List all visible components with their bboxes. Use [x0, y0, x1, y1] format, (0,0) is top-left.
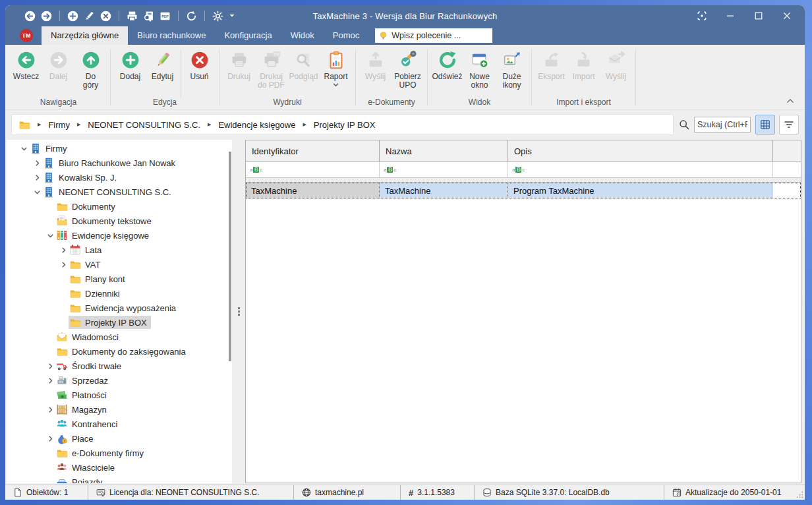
tree-item[interactable]: Magazyn: [7, 402, 232, 417]
qat-settings-button[interactable]: [212, 10, 224, 22]
tree-item[interactable]: Kowalski Sp. J.: [7, 170, 232, 185]
tree-item[interactable]: Sprzedaż: [7, 373, 232, 388]
tree-item[interactable]: Właściciele: [7, 460, 232, 475]
filter-button[interactable]: [779, 115, 799, 134]
tree-item[interactable]: Dokumenty: [7, 199, 232, 214]
qat-print-preview-button[interactable]: [142, 10, 155, 22]
table-row[interactable]: TaxMachineTaxMachineProgram TaxMachine: [246, 183, 801, 198]
ribbon-button-edit[interactable]: Edytuj: [146, 47, 179, 81]
table-cell[interactable]: TaxMachine: [246, 183, 380, 198]
qat-delete-button[interactable]: [100, 10, 112, 22]
tree-item[interactable]: e-Dokumenty firmy: [7, 446, 232, 460]
tree-item[interactable]: Kontrahenci: [7, 417, 232, 431]
tree-item-label: Projekty IP BOX: [85, 318, 147, 328]
qat-print-pdf-button[interactable]: PDF: [159, 10, 171, 22]
ribbon-button-delete[interactable]: Usuń: [183, 47, 216, 81]
ribbon-button-back[interactable]: Wstecz: [10, 47, 42, 81]
ribbon-button-upo[interactable]: PobierzUPO: [392, 47, 424, 90]
tree-item[interactable]: Lata: [7, 243, 232, 257]
search-input[interactable]: [694, 117, 751, 133]
ribbon-button-refresh[interactable]: Odśwież: [431, 47, 463, 81]
ribbon-button-large-icons[interactable]: Dużeikony: [496, 47, 528, 90]
breadcrumb-item[interactable]: Firmy: [48, 120, 70, 130]
tab-pomoc[interactable]: Pomoc: [324, 26, 368, 45]
qat-add-button[interactable]: [67, 10, 79, 22]
table-cell[interactable]: TaxMachine: [380, 183, 508, 198]
tab-narzędzia-główne[interactable]: Narzędzia główne: [42, 26, 128, 45]
tree-item[interactable]: NEONET CONSULTING S.C.: [7, 185, 232, 199]
tree-item[interactable]: Wiadomości: [7, 330, 232, 344]
ribbon-button-up[interactable]: Dogóry: [74, 47, 107, 90]
tree-item[interactable]: Dokumenty tekstowe: [7, 214, 232, 228]
tree-item[interactable]: Dokumenty do zaksięgowania: [7, 344, 232, 359]
chevron-right-icon[interactable]: [32, 160, 42, 167]
chevron-right-icon[interactable]: [58, 261, 69, 268]
tree-item[interactable]: VAT: [7, 257, 232, 272]
grid-view-button[interactable]: [755, 115, 775, 134]
panel-splitter[interactable]: [232, 140, 245, 483]
ribbon-group-label: e-Dokumenty: [359, 98, 424, 108]
minimize-button[interactable]: [716, 5, 744, 26]
tree-item[interactable]: Ewidencja wyposażenia: [7, 301, 232, 315]
command-box[interactable]: Wpisz polecenie ...: [375, 28, 492, 43]
tree-item[interactable]: Ewidencje księgowe: [7, 228, 232, 243]
filter-cell[interactable]: aBc: [380, 162, 508, 177]
maximize-button[interactable]: [744, 5, 772, 26]
preview-icon: [294, 50, 314, 70]
qat-edit-button[interactable]: [83, 10, 96, 22]
breadcrumb-item[interactable]: Ewidencje księgowe: [218, 120, 295, 130]
dropdown-chevron-icon[interactable]: [333, 82, 339, 88]
ribbon-group-3: WyślijPobierzUPOe-Dokumenty: [356, 45, 427, 109]
qat-back-button[interactable]: [24, 10, 36, 22]
column-header[interactable]: Identyfikator: [246, 140, 380, 162]
tree-item[interactable]: Płatności: [7, 388, 232, 402]
filter-cell[interactable]: aBc: [508, 162, 773, 177]
ribbon-button-label: Import: [572, 73, 594, 81]
chevron-down-icon[interactable]: [18, 145, 29, 152]
resize-grip-icon[interactable]: [794, 489, 803, 498]
ribbon-button-add[interactable]: Dodaj: [114, 47, 146, 81]
ribbon-collapse-button[interactable]: [786, 97, 794, 105]
text-filter-icon: aBc: [512, 167, 525, 173]
breadcrumb-item[interactable]: NEONET CONSULTING S.C.: [88, 120, 200, 130]
title-bar: PDF TaxMachine 3 - Wersja dla Biur Rachu…: [5, 5, 805, 26]
close-button[interactable]: [772, 5, 801, 26]
tree-item[interactable]: Pojazdy: [7, 475, 232, 483]
chevron-right-icon[interactable]: [45, 406, 55, 413]
folder-icon: [69, 316, 81, 328]
tab-biuro-rachunkowe[interactable]: Biuro rachunkowe: [128, 26, 215, 45]
dropdown-arrow-icon[interactable]: [229, 13, 235, 18]
tree-scrollbar[interactable]: [229, 152, 231, 361]
filter-cell[interactable]: aBc: [246, 162, 380, 177]
table-cell[interactable]: Program TaxMachine: [508, 183, 773, 198]
tree-item[interactable]: Dzienniki: [7, 286, 232, 301]
tree-item[interactable]: Plany kont: [7, 272, 232, 286]
ribbon-button-report[interactable]: Raport: [320, 47, 352, 88]
chevron-down-icon[interactable]: [45, 232, 55, 239]
column-header[interactable]: Nazwa: [380, 140, 508, 162]
qat-forward-button[interactable]: [40, 10, 53, 22]
qat-refresh-button[interactable]: [185, 10, 198, 22]
tree-item[interactable]: Biuro Rachunkowe Jan Nowak: [7, 156, 232, 170]
app-logo[interactable]: TM: [20, 29, 33, 42]
chevron-down-icon[interactable]: [32, 189, 42, 196]
new-window-icon: [470, 50, 490, 70]
tree-item-label: Firmy: [45, 144, 67, 154]
breadcrumb[interactable]: ▶Firmy▶NEONET CONSULTING S.C.▶Ewidencje …: [11, 114, 674, 135]
breadcrumb-item[interactable]: Projekty IP BOX: [314, 120, 376, 130]
tab-widok[interactable]: Widok: [281, 26, 324, 45]
chevron-right-icon[interactable]: [45, 377, 55, 384]
focus-mode-button[interactable]: [687, 5, 716, 26]
qat-print-button[interactable]: [126, 10, 138, 22]
tree-item[interactable]: Projekty IP BOX: [7, 315, 232, 330]
ribbon-button-new-window[interactable]: Noweokno: [463, 47, 496, 90]
chevron-right-icon[interactable]: [58, 247, 69, 254]
chevron-right-icon[interactable]: [32, 174, 42, 181]
tree-item[interactable]: Środki trwałe: [7, 359, 232, 373]
chevron-right-icon[interactable]: [45, 363, 55, 370]
chevron-right-icon[interactable]: [45, 435, 55, 442]
column-header[interactable]: Opis: [508, 140, 773, 162]
tree-item[interactable]: Firmy: [7, 141, 232, 156]
tree-item[interactable]: Płace: [7, 431, 232, 446]
tab-konfiguracja[interactable]: Konfiguracja: [215, 26, 281, 45]
